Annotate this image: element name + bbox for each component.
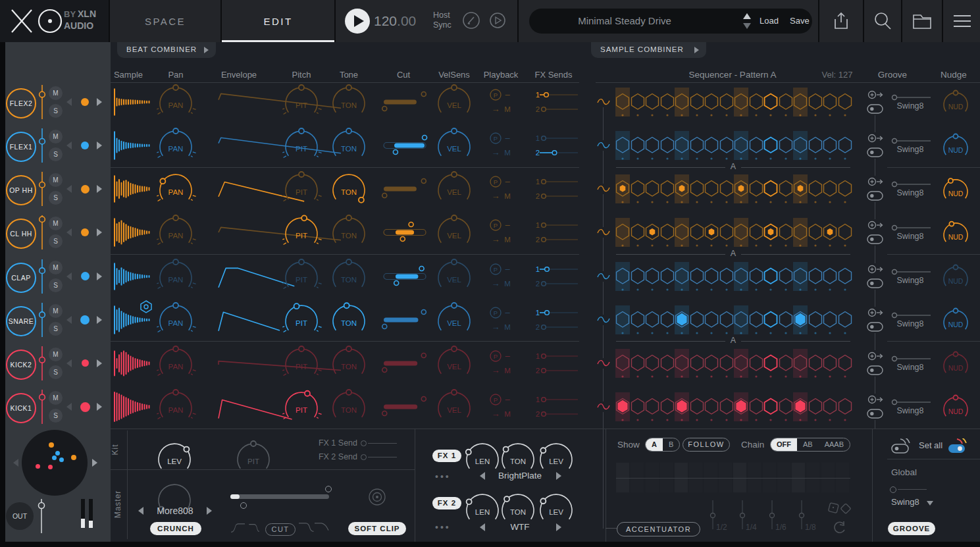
step-hex[interactable] bbox=[719, 354, 735, 373]
next-sample-arrow[interactable] bbox=[97, 142, 102, 149]
step-hex[interactable] bbox=[704, 398, 719, 416]
swing-slider[interactable] bbox=[891, 94, 932, 101]
chain-mode-toggle[interactable]: OFF AB AAAB bbox=[770, 438, 850, 452]
step-hex[interactable] bbox=[837, 180, 853, 198]
fx-sends[interactable]: 12 bbox=[535, 395, 581, 419]
velsens-knob[interactable]: VEL bbox=[434, 300, 474, 329]
nudge-knob[interactable]: NUD bbox=[940, 262, 971, 287]
step-hex[interactable] bbox=[733, 354, 749, 373]
step-hex[interactable] bbox=[630, 93, 646, 111]
step-hex[interactable] bbox=[792, 223, 808, 242]
step-hex[interactable] bbox=[808, 180, 823, 198]
master-cut-bottom-handle[interactable] bbox=[240, 502, 247, 509]
track-fader[interactable] bbox=[38, 170, 47, 207]
step-hex[interactable] bbox=[704, 93, 719, 111]
velsens-knob[interactable]: VEL bbox=[434, 213, 474, 242]
retrig-toggle[interactable] bbox=[866, 132, 885, 159]
mute-button[interactable]: M bbox=[49, 173, 63, 187]
tone-knob[interactable]: TON bbox=[329, 213, 369, 242]
solo-button[interactable]: S bbox=[49, 191, 63, 205]
step-hex[interactable] bbox=[659, 311, 675, 329]
solo-button[interactable]: S bbox=[49, 278, 63, 292]
swing-name-label[interactable]: Swing8 bbox=[891, 232, 929, 241]
step-hex[interactable] bbox=[630, 398, 646, 416]
track-fader[interactable] bbox=[38, 214, 47, 251]
step-hex[interactable] bbox=[733, 267, 749, 286]
step-hex[interactable] bbox=[792, 93, 808, 111]
nudge-knob[interactable]: NUD bbox=[940, 349, 971, 374]
step-hex[interactable] bbox=[733, 223, 749, 242]
step-hex[interactable] bbox=[748, 93, 764, 111]
tone-knob[interactable]: TON bbox=[329, 344, 369, 373]
cut-slider[interactable] bbox=[384, 396, 426, 417]
cut-slider[interactable] bbox=[384, 353, 426, 374]
step-hex[interactable] bbox=[778, 223, 794, 242]
step-hex[interactable] bbox=[644, 136, 660, 155]
track-fader[interactable] bbox=[38, 388, 47, 425]
master-preset-next-arrow[interactable] bbox=[207, 507, 212, 515]
step-hex[interactable] bbox=[837, 398, 853, 416]
retrig-toggle[interactable] bbox=[866, 307, 885, 333]
cut-slider[interactable] bbox=[384, 135, 426, 156]
step-hex[interactable] bbox=[792, 180, 808, 198]
pitch-knob[interactable]: PIT bbox=[282, 213, 321, 242]
sample-waveform[interactable] bbox=[113, 261, 151, 292]
step-hex[interactable] bbox=[792, 267, 808, 286]
step-hex[interactable] bbox=[822, 180, 838, 198]
pitch-knob[interactable]: PIT bbox=[282, 300, 321, 329]
step-hex[interactable] bbox=[808, 398, 823, 416]
step-hex[interactable] bbox=[659, 354, 675, 373]
track-pad-clap[interactable]: CLAP bbox=[6, 263, 36, 293]
groove-button[interactable]: GROOVE bbox=[888, 522, 935, 535]
swing-slider[interactable] bbox=[891, 181, 932, 188]
pitch-knob[interactable]: PIT bbox=[282, 344, 321, 373]
mute-button[interactable]: M bbox=[49, 261, 63, 274]
mute-button[interactable]: M bbox=[49, 391, 63, 405]
step-hex[interactable] bbox=[615, 180, 631, 198]
step-hex[interactable] bbox=[674, 311, 690, 329]
pitch-knob[interactable]: PIT bbox=[282, 257, 321, 286]
step-hex[interactable] bbox=[837, 267, 853, 286]
prev-sample-arrow[interactable] bbox=[66, 142, 72, 149]
step-hex[interactable] bbox=[748, 136, 764, 155]
soft-clip-button[interactable]: SOFT CLIP bbox=[348, 522, 406, 535]
fx-sends[interactable]: 12 bbox=[535, 134, 581, 157]
step-hex[interactable] bbox=[704, 354, 719, 373]
nudge-knob[interactable]: NUD bbox=[940, 131, 971, 156]
preset-up-arrow[interactable] bbox=[743, 13, 751, 19]
track-pad-clhh[interactable]: CL HH bbox=[6, 219, 36, 249]
undo-loop-icon[interactable] bbox=[832, 521, 846, 534]
step-hex[interactable] bbox=[837, 311, 853, 329]
fx-sends[interactable]: 12 bbox=[535, 352, 581, 375]
prev-sample-arrow[interactable] bbox=[66, 316, 72, 324]
step-hex[interactable] bbox=[704, 180, 719, 198]
retrig-toggle[interactable] bbox=[866, 394, 885, 420]
mute-button[interactable]: M bbox=[49, 130, 63, 143]
step-hex[interactable] bbox=[763, 398, 779, 416]
master-preset-name[interactable]: More808 bbox=[149, 506, 201, 516]
step-hex[interactable] bbox=[674, 398, 690, 416]
step-hex[interactable] bbox=[719, 180, 735, 198]
tab-edit[interactable]: EDIT bbox=[222, 0, 334, 42]
step-hex[interactable] bbox=[763, 180, 779, 198]
prev-sample-arrow[interactable] bbox=[66, 359, 72, 367]
swing-name-label[interactable]: Swing8 bbox=[891, 363, 929, 372]
accent-fraction-slider[interactable] bbox=[709, 500, 716, 532]
retrig-toggle[interactable] bbox=[866, 350, 885, 377]
step-hex[interactable] bbox=[837, 354, 853, 373]
preset-down-arrow[interactable] bbox=[743, 23, 751, 29]
set-all-off-toggle-icon[interactable] bbox=[891, 438, 914, 454]
master-cut-button[interactable]: CUT bbox=[265, 523, 296, 536]
solo-button[interactable]: S bbox=[49, 365, 63, 379]
retrig-toggle[interactable] bbox=[866, 176, 885, 202]
limiter-icon[interactable] bbox=[368, 488, 386, 506]
master-preset-prev-arrow[interactable] bbox=[138, 507, 143, 515]
step-hex[interactable] bbox=[615, 354, 631, 373]
sample-waveform[interactable] bbox=[113, 130, 151, 161]
step-hex[interactable] bbox=[689, 223, 705, 242]
step-hex[interactable] bbox=[644, 180, 660, 198]
pitch-knob[interactable]: PIT bbox=[282, 387, 321, 416]
mute-button[interactable]: M bbox=[49, 348, 63, 361]
tone-knob[interactable]: TON bbox=[329, 126, 369, 155]
cut-slider[interactable] bbox=[384, 91, 426, 113]
